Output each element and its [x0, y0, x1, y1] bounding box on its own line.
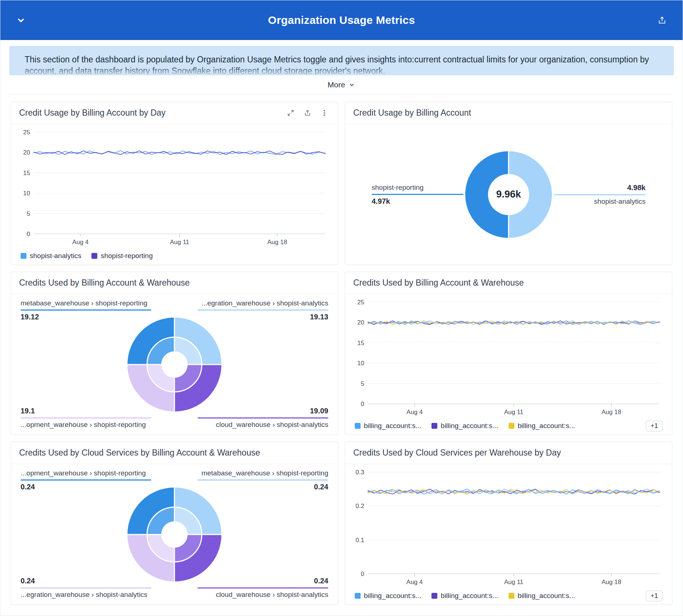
slice-value: 4.97k: [372, 197, 463, 206]
legend-label: shopist-reporting: [101, 252, 153, 260]
svg-text:5: 5: [361, 380, 364, 387]
more-label: More: [328, 80, 345, 89]
sunburst-hole: [161, 521, 188, 548]
leader-line: [21, 417, 151, 418]
svg-text:25: 25: [23, 129, 30, 136]
card-header: Credits Used by Cloud Services by Billin…: [11, 442, 338, 464]
expand-chart-button[interactable]: [285, 108, 296, 119]
slice-label: shopist-reporting: [372, 184, 463, 192]
legend-more-button[interactable]: +1: [646, 591, 662, 601]
segment-label: ...opment_warehouse › shopist-reporting: [21, 421, 151, 429]
card-body: 2520151050Aug 4Aug 11Aug 18 billing_acco…: [345, 294, 672, 435]
chevron-down-icon: [15, 15, 26, 26]
card-body: ...opment_warehouse › shopist-reporting …: [11, 464, 338, 605]
export-chart-button[interactable]: [302, 108, 313, 119]
svg-text:5: 5: [27, 210, 30, 217]
banner-fade: [9, 66, 674, 75]
svg-text:25: 25: [357, 299, 364, 306]
card-credit-usage-by-account: Credit Usage by Billing Account shopist-…: [345, 102, 672, 265]
expand-icon: [287, 109, 294, 117]
more-bar: More: [9, 75, 674, 94]
segment-label: metabase_warehouse › shopist-reporting: [21, 299, 151, 307]
legend-swatch: [509, 593, 514, 599]
card-body: shopist-reporting 4.97k 4.98k shopist-an…: [345, 124, 672, 265]
leader-line: [21, 587, 151, 588]
legend-item[interactable]: billing_account:s...: [355, 592, 421, 600]
sunburst-chart[interactable]: [127, 488, 221, 581]
card-credit-usage-by-day: Credit Usage by Billing Account by Day 2…: [11, 102, 338, 265]
line-chart-canvas[interactable]: 2520151050Aug 4Aug 11Aug 18: [349, 297, 665, 417]
svg-text:0.1: 0.1: [355, 537, 364, 544]
line-chart-canvas[interactable]: 0.30.20.10Aug 4Aug 11Aug 18: [349, 467, 665, 587]
donut-hole: 9.96k: [488, 174, 529, 215]
chart-legend: billing_account:s... billing_account:s..…: [345, 417, 672, 435]
segment-label: ...egration_warehouse › shopist-analytic…: [21, 591, 151, 599]
leader-line: [372, 194, 463, 195]
legend-swatch: [91, 253, 97, 259]
legend-more-button[interactable]: +1: [646, 421, 662, 431]
card-title: Credits Used by Billing Account & Wareho…: [19, 278, 189, 288]
segment-label: metabase_warehouse › shopist-reporting: [198, 469, 328, 477]
svg-text:0.2: 0.2: [355, 503, 364, 510]
legend-item[interactable]: billing_account:s...: [509, 422, 575, 430]
sunburst-chart[interactable]: [127, 318, 221, 412]
svg-text:20: 20: [357, 319, 364, 326]
leader-line: [198, 587, 328, 588]
card-header: Credits Used by Cloud Services per Wareh…: [345, 442, 672, 464]
chart-legend: billing_account:s... billing_account:s..…: [345, 587, 672, 605]
svg-text:0: 0: [27, 231, 30, 238]
legend-item[interactable]: billing_account:s...: [431, 592, 498, 600]
slice-callout-left: shopist-reporting 4.97k: [372, 184, 463, 206]
card-title: Credits Used by Billing Account & Wareho…: [353, 278, 524, 288]
export-section-button[interactable]: [654, 12, 670, 28]
svg-text:Aug 11: Aug 11: [504, 409, 524, 416]
leader-line: [198, 479, 328, 481]
cards-grid: Credit Usage by Billing Account by Day 2…: [0, 94, 683, 614]
card-title: Credits Used by Cloud Services per Wareh…: [353, 448, 561, 458]
card-body: 0.30.20.10Aug 4Aug 11Aug 18 billing_acco…: [345, 464, 672, 605]
card-credits-by-warehouse-line: Credits Used by Billing Account & Wareho…: [345, 272, 672, 435]
card-title: Credit Usage by Billing Account by Day: [19, 108, 166, 118]
legend-item[interactable]: billing_account:s...: [431, 422, 498, 430]
svg-text:Aug 18: Aug 18: [267, 239, 287, 246]
card-header: Credits Used by Billing Account & Wareho…: [345, 272, 672, 294]
legend-label: billing_account:s...: [441, 592, 498, 600]
chart-menu-button[interactable]: [319, 108, 330, 119]
svg-text:Aug 11: Aug 11: [504, 579, 524, 586]
svg-text:Aug 4: Aug 4: [406, 409, 423, 416]
card-cloud-services-sunburst: Credits Used by Cloud Services by Billin…: [11, 442, 338, 605]
legend-label: shopist-analytics: [30, 252, 81, 260]
segment-label: cloud_warehouse › shopist-analytics: [198, 591, 328, 599]
leader-line: [198, 309, 328, 311]
legend-item[interactable]: shopist-analytics: [21, 252, 81, 260]
card-toolbar: [285, 108, 330, 119]
leader-line: [21, 309, 151, 311]
slice-callout-right: 4.98k shopist-analytics: [554, 184, 646, 206]
segment-label: ...egration_warehouse › shopist-analytic…: [198, 299, 328, 307]
chevron-down-icon: [348, 81, 355, 88]
legend-label: billing_account:s...: [364, 422, 421, 430]
svg-text:Aug 18: Aug 18: [601, 579, 621, 586]
export-icon: [657, 15, 667, 25]
legend-item[interactable]: billing_account:s...: [509, 592, 575, 600]
chart-legend: shopist-analytics shopist-reporting: [11, 247, 338, 265]
svg-text:0: 0: [361, 570, 364, 577]
legend-label: billing_account:s...: [441, 422, 498, 430]
legend-item[interactable]: shopist-reporting: [91, 252, 153, 260]
leader-line: [554, 194, 646, 195]
info-banner: This section of the dashboard is populat…: [9, 46, 674, 75]
segment-label: cloud_warehouse › shopist-analytics: [198, 421, 328, 429]
line-chart-canvas[interactable]: 2520151050Aug 4Aug 11Aug 18: [15, 127, 330, 247]
donut-chart[interactable]: 9.96k: [465, 151, 552, 238]
legend-label: billing_account:s...: [364, 592, 421, 600]
spacer: [0, 40, 683, 46]
legend-item[interactable]: billing_account:s...: [355, 422, 421, 430]
legend-swatch: [21, 253, 26, 259]
collapse-section-button[interactable]: [13, 12, 29, 28]
more-button[interactable]: More: [328, 80, 355, 89]
card-credits-by-warehouse-sunburst: Credits Used by Billing Account & Wareho…: [11, 272, 338, 435]
card-header: Credits Used by Billing Account & Wareho…: [11, 272, 338, 294]
svg-text:10: 10: [23, 190, 30, 197]
legend-swatch: [431, 593, 437, 599]
legend-swatch: [431, 423, 437, 429]
